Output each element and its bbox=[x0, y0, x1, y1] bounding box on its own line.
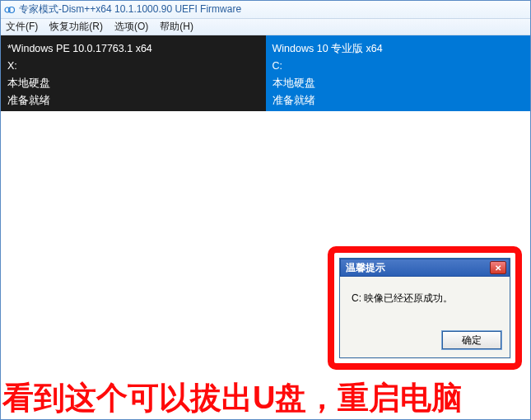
panel-disk-type: 本地硬盘 bbox=[7, 75, 259, 92]
content-area: 温馨提示 ✕ C: 映像已经还原成功。 确定 看到这个可以拔出U盘，重启电脑 bbox=[1, 111, 530, 419]
menubar: 文件(F) 恢复功能(R) 选项(O) 帮助(H) bbox=[1, 19, 530, 35]
menu-file[interactable]: 文件(F) bbox=[6, 20, 38, 34]
message-dialog: 温馨提示 ✕ C: 映像已经还原成功。 确定 bbox=[339, 258, 510, 358]
titlebar: 专家模式-Dism++x64 10.1.1000.90 UEFI Firmwar… bbox=[1, 1, 530, 19]
panel-status: 准备就绪 bbox=[272, 92, 524, 110]
app-icon bbox=[4, 4, 16, 16]
dialog-button-row: 确定 bbox=[340, 326, 510, 357]
main-window: 专家模式-Dism++x64 10.1.1000.90 UEFI Firmwar… bbox=[0, 0, 531, 420]
close-icon[interactable]: ✕ bbox=[490, 261, 506, 274]
dialog-body: C: 映像已经还原成功。 bbox=[340, 277, 510, 326]
annotation-text: 看到这个可以拔出U盘，重启电脑 bbox=[1, 376, 530, 419]
menu-recovery[interactable]: 恢复功能(R) bbox=[49, 20, 103, 34]
annotation-highlight-box: 温馨提示 ✕ C: 映像已经还原成功。 确定 bbox=[328, 246, 522, 370]
panel-disk-type: 本地硬盘 bbox=[272, 75, 524, 92]
panel-os-name: *Windows PE 10.0.17763.1 x64 bbox=[7, 40, 259, 58]
menu-help[interactable]: 帮助(H) bbox=[160, 20, 193, 34]
ok-button[interactable]: 确定 bbox=[442, 331, 501, 349]
image-panels: *Windows PE 10.0.17763.1 x64 X: 本地硬盘 准备就… bbox=[1, 35, 530, 111]
panel-os-name: Windows 10 专业版 x64 bbox=[272, 40, 524, 58]
image-panel-pe[interactable]: *Windows PE 10.0.17763.1 x64 X: 本地硬盘 准备就… bbox=[1, 35, 266, 111]
window-title: 专家模式-Dism++x64 10.1.1000.90 UEFI Firmwar… bbox=[19, 2, 241, 16]
dialog-title-text: 温馨提示 bbox=[346, 261, 385, 275]
panel-drive-letter: C: bbox=[272, 58, 524, 75]
menu-options[interactable]: 选项(O) bbox=[114, 20, 148, 34]
panel-status: 准备就绪 bbox=[7, 92, 259, 110]
panel-drive-letter: X: bbox=[7, 58, 259, 75]
image-panel-win10[interactable]: Windows 10 专业版 x64 C: 本地硬盘 准备就绪 bbox=[266, 35, 531, 111]
dialog-titlebar: 温馨提示 ✕ bbox=[340, 259, 510, 277]
dialog-message: C: 映像已经还原成功。 bbox=[352, 292, 453, 304]
